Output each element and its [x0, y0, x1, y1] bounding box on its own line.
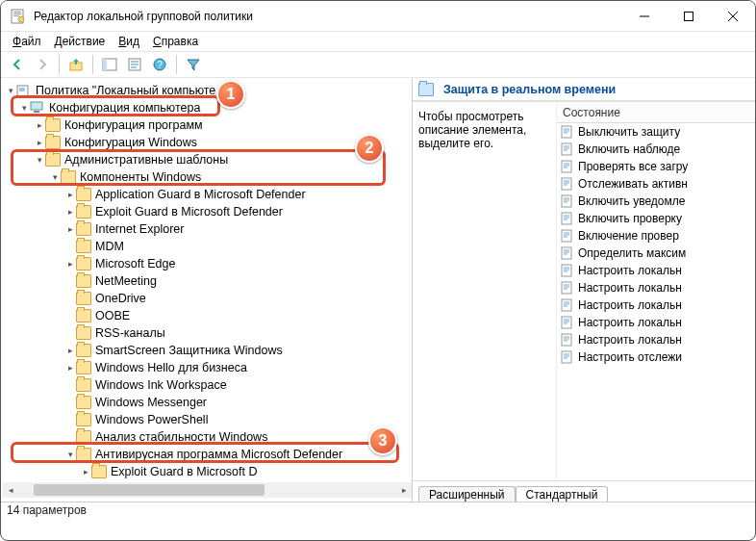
tree-admin-templates[interactable]: ▾ Административные шаблоны [3, 151, 412, 168]
tree-item[interactable]: Windows PowerShell [3, 411, 412, 428]
view-tabs: Расширенный Стандартный [413, 480, 755, 502]
menu-file[interactable]: ФФайлайл [7, 34, 47, 49]
expand-icon[interactable]: ▸ [34, 138, 45, 147]
tree-label: SmartScreen Защитника Windows [95, 344, 283, 357]
folder-icon [76, 188, 91, 201]
expand-icon[interactable]: ▸ [64, 346, 76, 355]
close-button[interactable] [711, 1, 755, 31]
tree-item[interactable]: NetMeeting [3, 272, 412, 290]
setting-icon [561, 142, 574, 156]
setting-icon [561, 194, 574, 208]
tree-item[interactable]: ▸Application Guard в Microsoft Defender [3, 186, 412, 203]
tree-label: Internet Explorer [95, 222, 184, 236]
list-item[interactable]: Проверять все загру [557, 158, 755, 175]
expand-icon[interactable]: ▾ [18, 103, 30, 113]
list-item[interactable]: Настроить локальн [557, 331, 755, 348]
help-button[interactable]: ? [149, 54, 170, 75]
back-button[interactable] [7, 54, 28, 75]
description-panel: Чтобы просмотреть описание элемента, выд… [413, 102, 557, 480]
tree-comp-config[interactable]: ▾ Конфигурация компьютера [3, 99, 412, 116]
expand-icon[interactable]: ▾ [5, 86, 16, 95]
tree-root[interactable]: ▾ Политика "Локальный компьюте [3, 82, 412, 99]
tree-item[interactable]: Windows Ink Workspace [3, 376, 412, 394]
tree-item[interactable]: OneDrive [3, 290, 412, 307]
svg-rect-67 [562, 317, 571, 328]
list-item[interactable]: Настроить локальн [557, 279, 755, 296]
list-item[interactable]: Включить наблюде [557, 141, 755, 158]
tree-label: OOBE [95, 309, 130, 322]
list-item[interactable]: Настроить локальн [557, 314, 755, 331]
setting-icon [561, 333, 574, 347]
list-item[interactable]: Настроить отслежи [557, 348, 755, 366]
expand-icon[interactable]: ▾ [64, 450, 76, 459]
status-text: 14 параметров [7, 503, 87, 517]
list-item[interactable]: Определить максим [557, 245, 755, 262]
tree-item[interactable]: ▸SmartScreen Защитника Windows [3, 342, 412, 359]
tree-item[interactable]: ▸ Конфигурация Windows [3, 134, 412, 151]
tab-extended[interactable]: Расширенный [418, 486, 516, 502]
properties-button[interactable] [124, 54, 145, 75]
menu-help[interactable]: Справка [147, 34, 204, 49]
content-area: ▾ Политика "Локальный компьюте ▾ Конфигу… [1, 78, 755, 502]
list-item[interactable]: Отслеживать активн [557, 175, 755, 193]
tree-label: Конфигурация программ [64, 118, 203, 132]
scroll-right-icon[interactable]: ▸ [396, 482, 412, 498]
tree-item[interactable]: ▸Exploit Guard в Microsoft Defender [3, 203, 412, 220]
tree-item[interactable]: Windows Messenger [3, 394, 412, 411]
svg-rect-71 [562, 334, 571, 346]
tree-item[interactable]: Анализ стабильности Windows [3, 428, 412, 446]
list-item[interactable]: Включение провер [557, 227, 755, 245]
expand-icon[interactable]: ▸ [80, 467, 91, 477]
folder-icon [76, 378, 91, 392]
forward-button[interactable] [32, 54, 53, 75]
tree-item[interactable]: OOBE [3, 307, 412, 324]
expand-icon[interactable]: ▸ [64, 224, 76, 234]
horizontal-scrollbar[interactable]: ◂ ▸ [3, 482, 412, 498]
list-item[interactable]: Настроить локальн [557, 296, 755, 314]
svg-rect-6 [685, 12, 693, 20]
scroll-thumb[interactable] [34, 484, 265, 496]
tree-item[interactable]: RSS-каналы [3, 324, 412, 342]
expand-icon[interactable]: ▸ [64, 363, 76, 373]
expand-icon[interactable]: ▸ [64, 259, 76, 269]
up-button[interactable] [65, 54, 87, 75]
expand-icon[interactable]: ▾ [49, 172, 61, 182]
tree-item[interactable]: MDM [3, 238, 412, 255]
settings-list[interactable]: Состояние Выключить защитуВключить наблю… [557, 102, 755, 480]
tree-item[interactable]: ▸Internet Explorer [3, 220, 412, 238]
maximize-button[interactable] [667, 1, 711, 31]
tree-item[interactable]: ▸Windows Hello для бизнеса [3, 359, 412, 376]
tab-standard[interactable]: Стандартный [516, 486, 609, 502]
tree-item[interactable]: ▸ Exploit Guard в Microsoft D [3, 463, 412, 480]
list-item[interactable]: Включить уведомле [557, 193, 755, 210]
menu-view[interactable]: Вид [113, 34, 145, 49]
column-header[interactable]: Состояние [557, 102, 755, 123]
tree-item[interactable]: ▸ Конфигурация программ [3, 116, 412, 134]
expand-icon[interactable]: ▸ [64, 207, 76, 217]
minimize-button[interactable] [622, 1, 667, 31]
list-item[interactable]: Настроить локальн [557, 262, 755, 279]
tree-label: Windows Ink Workspace [95, 378, 227, 392]
expand-icon[interactable]: ▸ [34, 120, 45, 130]
folder-icon [91, 465, 107, 478]
tree-item[interactable]: ▸Microsoft Edge [3, 255, 412, 272]
tree-defender[interactable]: ▾ Антивирусная программа Microsoft Defen… [3, 446, 412, 463]
show-hide-tree-button[interactable] [99, 54, 120, 75]
tree-label: Конфигурация компьютера [49, 101, 200, 115]
tree-win-components[interactable]: ▾ Компоненты Windows [3, 168, 412, 186]
scroll-left-icon[interactable]: ◂ [3, 482, 18, 498]
menu-action[interactable]: Действие [49, 34, 112, 49]
list-item[interactable]: Выключить защиту [557, 123, 755, 141]
filter-button[interactable] [183, 54, 204, 75]
folder-icon [76, 257, 91, 270]
folder-icon [76, 326, 91, 340]
app-icon [11, 9, 26, 24]
setting-icon [561, 212, 574, 225]
expand-icon[interactable]: ▾ [34, 155, 45, 165]
setting-icon [561, 229, 574, 243]
expand-icon[interactable]: ▸ [64, 190, 76, 199]
tree-label: Политика "Локальный компьюте [36, 84, 215, 97]
setting-icon [561, 125, 574, 139]
list-item[interactable]: Включить проверку [557, 210, 755, 227]
tree-pane[interactable]: ▾ Политика "Локальный компьюте ▾ Конфигу… [1, 78, 413, 502]
